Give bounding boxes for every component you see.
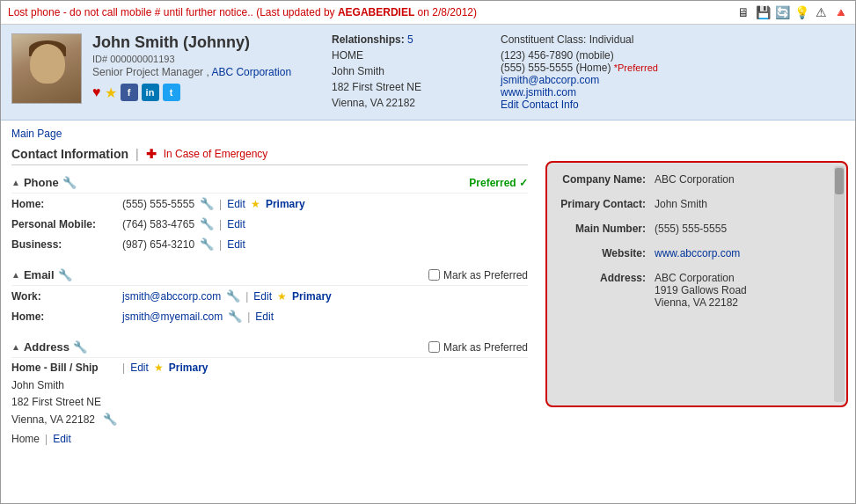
email-wrench-1[interactable]: 🔧 xyxy=(228,310,242,323)
refresh-icon[interactable]: 🔄 xyxy=(774,4,790,20)
email-section-header: ▲ Email 🔧 Mark as Preferred xyxy=(11,265,528,286)
relationships-count[interactable]: 5 xyxy=(407,33,413,46)
profile-info: John Smith (Johnny) ID# 000000001193 Sen… xyxy=(92,33,321,101)
monitor-icon: 🖥 xyxy=(735,4,751,20)
phone-row-wrench-0[interactable]: 🔧 xyxy=(200,197,214,210)
home-phone-row: (555) 555-5555 (Home) *Preferred xyxy=(501,62,845,74)
email-primary-label: Primary xyxy=(292,290,332,303)
email-row-home: Home: jsmith@myemail.com 🔧 | Edit xyxy=(11,306,528,326)
constituent-class: Constituent Class: Individual xyxy=(501,33,845,46)
address-chevron-icon[interactable]: ▲ xyxy=(11,342,20,352)
main-page-link[interactable]: Main Page xyxy=(11,128,62,140)
address-preferred-checkbox[interactable] xyxy=(428,341,440,353)
website-link[interactable]: www.jsmith.com xyxy=(501,86,576,99)
company-scrollbar[interactable] xyxy=(834,166,845,402)
email-section: ▲ Email 🔧 Mark as Preferred Work: jsmith… xyxy=(11,265,528,326)
address-lines: John Smith 182 First Street NE Vienna, V… xyxy=(11,377,528,429)
primary-contact-label: Primary Contact: xyxy=(558,198,655,210)
address-line-0: John Smith xyxy=(11,377,528,394)
mobile-phone: (123) 456-7890 (mobile) xyxy=(501,49,845,62)
right-panel: Company Name: ABC Corporation Primary Co… xyxy=(538,128,855,459)
address-line-2: Vienna, VA 22182 xyxy=(11,413,95,426)
twitter-icon[interactable]: t xyxy=(163,84,180,101)
preferred-label: *Preferred xyxy=(614,62,658,73)
phone-row-home: Home: (555) 555-5555 🔧 | Edit ★ Primary xyxy=(11,194,528,214)
company-website-value: www.abccorp.com xyxy=(655,247,740,259)
phone-edit-mobile[interactable]: Edit xyxy=(227,218,245,230)
alert-updater: AEGABERDIEL xyxy=(338,6,414,18)
email-mark-preferred-label: Mark as Preferred xyxy=(443,269,528,281)
section-header: Contact Information | ✚ In Case of Emerg… xyxy=(11,147,528,165)
email-row: jsmith@abccorp.com xyxy=(501,74,845,86)
save-icon[interactable]: 💾 xyxy=(755,4,771,20)
company-address-value: ABC Corporation 1919 Gallows Road Vienna… xyxy=(655,272,747,309)
profile-id: ID# 000000001193 xyxy=(92,54,321,64)
phone-edit-business[interactable]: Edit xyxy=(227,238,245,251)
phone-edit-home[interactable]: Edit xyxy=(227,198,245,210)
email-wrench-icon[interactable]: 🔧 xyxy=(58,268,72,281)
address-primary-label: Primary xyxy=(169,362,209,374)
company-link[interactable]: ABC Corporation xyxy=(211,66,291,78)
phone-wrench-icon[interactable]: 🔧 xyxy=(62,176,77,189)
company-addr-line-1: 1919 Gallows Road xyxy=(655,284,747,296)
company-website-link[interactable]: www.abccorp.com xyxy=(655,247,740,259)
alert-date: on 2/8/2012) xyxy=(414,6,477,18)
email-label-work: Work: xyxy=(11,290,117,303)
phone-section-header: ▲ Phone 🔧 Preferred ✓ xyxy=(11,172,528,194)
address-footer-edit[interactable]: Edit xyxy=(53,433,71,445)
primary-star-home: ★ xyxy=(251,198,260,210)
address-section: ▲ Address 🔧 Mark as Preferred Home - Bil… xyxy=(11,337,528,449)
scrollbar-thumb xyxy=(835,168,844,194)
phone-row-wrench-2[interactable]: 🔧 xyxy=(200,237,214,251)
email-primary-star: ★ xyxy=(277,290,287,303)
company-name-value: ABC Corporation xyxy=(655,173,735,186)
address-wrench-icon[interactable]: 🔧 xyxy=(73,340,87,354)
phone-chevron-icon[interactable]: ▲ xyxy=(11,178,20,187)
company-panel: Company Name: ABC Corporation Primary Co… xyxy=(545,161,848,407)
preferred-green-text: Preferred xyxy=(469,177,516,189)
linkedin-icon[interactable]: in xyxy=(142,84,159,101)
plus-icon: ✚ xyxy=(146,147,157,161)
relationships-header: Relationships: 5 xyxy=(332,33,490,46)
address-edit-link[interactable]: Edit xyxy=(130,362,149,374)
phone-preferred-text: Preferred ✓ xyxy=(469,177,528,189)
phone-row-mobile: Personal Mobile: (764) 583-4765 🔧 | Edit xyxy=(11,214,528,234)
address-inline-wrench[interactable]: 🔧 xyxy=(103,413,117,426)
company-address-row: Address: ABC Corporation 1919 Gallows Ro… xyxy=(558,272,836,309)
warning-icon: ⚠ xyxy=(813,4,829,20)
email-title-text: Email xyxy=(24,268,55,281)
address-section-header: ▲ Address 🔧 Mark as Preferred xyxy=(11,337,528,358)
email-link[interactable]: jsmith@abccorp.com xyxy=(501,74,599,86)
left-panel: Main Page Contact Information | ✚ In Cas… xyxy=(1,128,538,459)
address-mark-preferred-label: Mark as Preferred xyxy=(443,341,528,354)
email-wrench-0[interactable]: 🔧 xyxy=(226,289,240,303)
email-chevron-icon[interactable]: ▲ xyxy=(11,270,20,280)
email-edit-home[interactable]: Edit xyxy=(255,310,274,323)
page-container: Lost phone - do not call mobile # until … xyxy=(0,0,856,504)
email-value-work[interactable]: jsmith@abccorp.com xyxy=(122,290,221,303)
facebook-icon[interactable]: f xyxy=(121,84,138,101)
email-preferred-checkbox[interactable] xyxy=(428,269,440,281)
phone-row-wrench-1[interactable]: 🔧 xyxy=(200,217,214,230)
phone-label-business: Business: xyxy=(11,238,117,251)
address-line-1: 182 First Street NE xyxy=(11,394,528,411)
company-addr-line-2: Vienna, VA 22182 xyxy=(655,296,747,309)
email-label-home: Home: xyxy=(11,310,117,323)
rel-line-1: John Smith xyxy=(332,63,490,79)
company-addr-line-0: ABC Corporation xyxy=(655,272,747,284)
edit-contact-link[interactable]: Edit Contact Info xyxy=(501,99,579,111)
company-website-label: Website: xyxy=(558,247,655,259)
alert-triangle-icon: 🔺 xyxy=(832,4,848,20)
alert-bar: Lost phone - do not call mobile # until … xyxy=(1,1,855,25)
emergency-link[interactable]: In Case of Emergency xyxy=(164,148,268,160)
email-edit-work[interactable]: Edit xyxy=(253,290,272,303)
rel-line-3: Vienna, VA 22182 xyxy=(332,95,490,111)
relationships-col: Relationships: 5 HOME John Smith 182 Fir… xyxy=(332,33,490,111)
address-primary-star: ★ xyxy=(154,362,164,374)
contact-col: Constituent Class: Individual (123) 456-… xyxy=(501,33,845,111)
company-name-label: Company Name: xyxy=(558,173,655,186)
email-title: ▲ Email 🔧 xyxy=(11,268,72,281)
phone-value-business: (987) 654-3210 xyxy=(122,238,194,251)
address-sublabel-row: Home - Bill / Ship | Edit ★ Primary xyxy=(11,358,528,377)
email-value-home[interactable]: jsmith@myemail.com xyxy=(122,310,223,323)
